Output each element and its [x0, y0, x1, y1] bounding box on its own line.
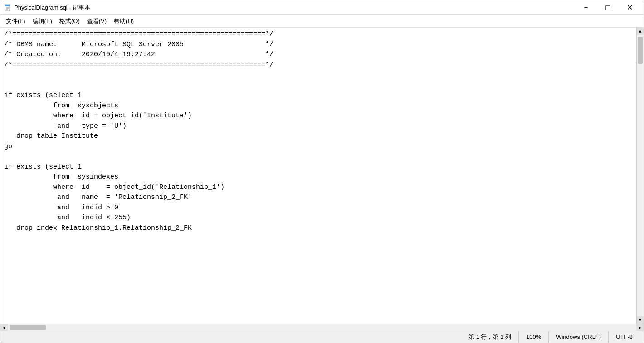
scroll-down-arrow[interactable]: ▼: [637, 316, 644, 324]
encoding: UTF-8: [608, 331, 640, 343]
window-controls: － □ ✕: [576, 1, 640, 14]
svg-rect-1: [5, 5, 10, 6]
scroll-thumb[interactable]: [638, 37, 643, 64]
app-icon: [4, 4, 11, 11]
title-bar: PhysicalDiagram.sql - 记事本 － □ ✕: [0, 0, 644, 15]
horizontal-scrollbar[interactable]: ◀ ▶: [0, 324, 644, 331]
h-scroll-thumb[interactable]: [10, 325, 46, 330]
maximize-button[interactable]: □: [597, 1, 618, 14]
vertical-scrollbar[interactable]: ▲ ▼: [636, 28, 644, 324]
h-scroll-track[interactable]: [8, 324, 636, 331]
code-editor[interactable]: /*======================================…: [0, 28, 636, 324]
status-bar: 第 1 行，第 1 列 100% Windows (CRLF) UTF-8: [0, 331, 644, 343]
minimize-button[interactable]: －: [576, 1, 596, 14]
line-ending: Windows (CRLF): [548, 331, 608, 343]
scroll-track[interactable]: [637, 35, 644, 316]
close-button[interactable]: ✕: [619, 1, 640, 14]
menu-help[interactable]: 帮助(H): [110, 15, 137, 27]
editor-area: /*======================================…: [0, 28, 644, 324]
scroll-left-arrow[interactable]: ◀: [0, 324, 8, 331]
notepad-window: PhysicalDiagram.sql - 记事本 － □ ✕ 文件(F) 编辑…: [0, 0, 644, 343]
zoom-level: 100%: [518, 331, 548, 343]
scroll-right-arrow[interactable]: ▶: [636, 324, 644, 331]
menu-view[interactable]: 查看(V): [83, 15, 110, 27]
window-title: PhysicalDiagram.sql - 记事本: [14, 4, 90, 12]
title-bar-left: PhysicalDiagram.sql - 记事本: [4, 4, 90, 12]
menu-edit[interactable]: 编辑(E): [29, 15, 56, 27]
cursor-position: 第 1 行，第 1 列: [461, 331, 518, 343]
scroll-up-arrow[interactable]: ▲: [637, 28, 644, 35]
menu-bar: 文件(F) 编辑(E) 格式(O) 查看(V) 帮助(H): [0, 15, 644, 28]
menu-file[interactable]: 文件(F): [2, 15, 29, 27]
menu-format[interactable]: 格式(O): [56, 15, 83, 27]
